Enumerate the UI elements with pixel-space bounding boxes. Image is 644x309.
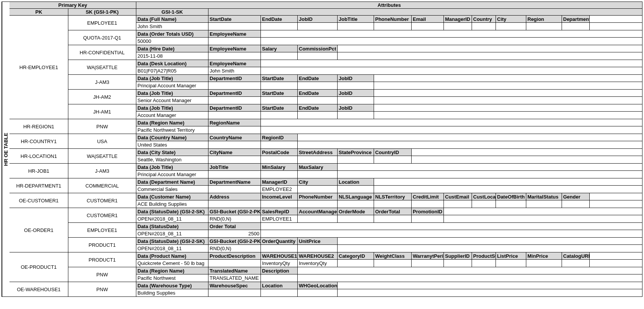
attr-rows: Data (Full Name)StartDateEndDateJobIDJob… (136, 16, 642, 30)
attr-header-cell: JobID (338, 75, 374, 82)
attr-header-cell: CreditLimit (412, 193, 444, 200)
attr-value-cell (261, 112, 298, 119)
header-sub: PK SK (GSI-1-PK) GSI-1-SK (9, 9, 642, 16)
attr-header-cell: Data (Customer Name) (136, 193, 208, 200)
attr-header-row: Data (Full Name)StartDateEndDateJobIDJob… (136, 16, 642, 23)
attr-header-row: Data (StatusDate) (GSI-2-SK)GSI-Bucket (… (136, 238, 642, 245)
attr-value-cell (412, 200, 444, 208)
attr-value-row: Pacific Northwest Territory (136, 126, 642, 134)
attr-rows: Data (Job Title)DepartmentIDStartDateEnd… (136, 75, 642, 89)
attr-rows: Data (Hire Date)EmployeeNameSalaryCommis… (136, 45, 642, 60)
attr-header-row: Data (Job Title)JobTitleMinSalaryMaxSala… (136, 164, 642, 171)
attr-header-row: Data (Order Totals USD)EmployeeName (136, 30, 642, 38)
attr-header-cell: StartDate (208, 16, 261, 22)
attr-value-cell (208, 186, 261, 193)
attr-value-row: Building Supplies (136, 289, 642, 296)
attr-value-cell (298, 289, 338, 296)
side-label: HR OE TABLE (2, 2, 9, 296)
attr-rows: Data (Order Totals USD)EmployeeName50000 (136, 30, 642, 45)
sk-group: PRODUCT1Data (Product Name)ProductDescri… (68, 252, 642, 282)
sk-cell: CUSTOMER1 (68, 193, 136, 208)
attr-value-cell: Building Supplies (136, 289, 208, 296)
attr-header-row: Data (City State)CityNamePostalCodeStree… (136, 149, 642, 156)
pk-block: HR-COUNTRY1USAData (Country Name)Country… (9, 134, 642, 149)
attr-value-row: Principal Account Manager (136, 82, 642, 89)
attr-value-cell (261, 156, 298, 163)
attr-header-row: Data (Product Name)ProductDescriptionWAR… (136, 252, 642, 260)
attr-header-cell: Data (Job Title) (136, 164, 208, 170)
attr-header-cell: WAREHOUSE2 (298, 252, 338, 259)
attr-value-cell (338, 97, 374, 104)
attr-value-row: John Smith (136, 23, 642, 30)
attr-value-cell (261, 141, 298, 148)
attr-header-cell: NLSLanguage (338, 193, 374, 200)
attr-value-cell (444, 260, 472, 267)
attr-header-cell: JobID (298, 16, 338, 22)
attr-value-cell: Quickcrete Cement - 50 lb bag (136, 260, 208, 267)
attr-header-cell: CityName (208, 149, 261, 156)
attr-value-cell (562, 260, 590, 267)
attr-header-row: Data (Desk Location)EmployeeName (136, 60, 642, 67)
attr-header-cell: Order Total (208, 223, 261, 230)
attr-value-cell (338, 186, 374, 193)
attr-header-cell: OrderMode (338, 208, 374, 215)
attr-header-row: Data (Customer Name)AddressIncomeLevelPh… (136, 193, 642, 200)
attr-value-cell (338, 215, 374, 222)
attr-header-cell: Address (208, 193, 261, 200)
attr-header-cell: EmployeeName (208, 60, 261, 67)
attr-value-cell (298, 186, 338, 193)
pk-cell: OE-PRODUCT1 (9, 252, 68, 282)
sk-cell: COMMERCIAL (68, 178, 136, 193)
attr-value-row: Commercial SalesEMPLOYEE2 (136, 186, 642, 193)
sk-cell: CUSTOMER1 (68, 208, 136, 222)
attr-header-cell: StartDate (261, 75, 298, 82)
attr-header-cell: DepartmentID (208, 90, 261, 96)
attr-value-cell (338, 82, 374, 89)
attr-header-cell: PhoneNumber (374, 16, 412, 22)
attr-value-cell (374, 156, 412, 163)
sk-cell: EMPLOYEE1 (68, 223, 136, 237)
attr-rows: Data (StatusDate) (GSI-2-SK)GSI-Bucket (… (136, 208, 642, 222)
sk-block: PRODUCT1Data (StatusDate) (GSI-2-SK)GSI-… (68, 238, 642, 252)
sk-group: PNWData (Warehouse Type)WarehouseSpecLoc… (68, 282, 642, 296)
pk-block: HR-DEPARTMENT1COMMERCIALData (Department… (9, 178, 642, 193)
attr-value-cell: 50000 (136, 38, 208, 45)
attr-value-cell (261, 245, 298, 252)
attr-header-cell: EmployeeName (208, 45, 261, 52)
table-outer: HR OE TABLE Primary Key Attributes PK SK… (2, 2, 642, 297)
attr-value-cell: Principal Account Manager (136, 171, 208, 178)
attr-value-cell (496, 200, 526, 208)
attr-header-cell: WAREHOUSE1 (261, 252, 298, 259)
attr-header-cell: PromotionID (412, 208, 444, 215)
attr-value-cell (208, 52, 261, 60)
attr-value-cell (261, 82, 298, 89)
attr-value-cell (298, 245, 338, 252)
attr-header-cell: JobTitle (208, 164, 261, 170)
attr-value-cell: RND(0,N) (208, 245, 261, 252)
attr-header-cell: Department (562, 16, 590, 22)
attr-header-cell: Data (Region Name) (136, 119, 208, 126)
attr-header-cell: PostalCode (261, 149, 298, 156)
attr-header-cell: Data (Product Name) (136, 252, 208, 259)
attr-header-cell: WarehouseSpec (208, 282, 261, 289)
attr-value-cell: OPEN#2018_08_11 (136, 245, 208, 252)
attr-value-cell: Commercial Sales (136, 186, 208, 193)
attr-header-cell: WeightClass (374, 252, 412, 259)
attr-header-cell: Data (Department Name) (136, 178, 208, 185)
attr-rows: Data (Department Name)DepartmentNameMana… (136, 178, 642, 193)
attr-value-cell: EMPLOYEE2 (261, 186, 298, 193)
attr-value-row: United States (136, 141, 642, 148)
attr-value-cell (374, 260, 412, 267)
attr-header-cell: CatalogURL (562, 252, 590, 259)
attr-value-cell: United States (136, 141, 208, 148)
attr-header-cell: EndDate (298, 75, 338, 82)
attr-header-cell: AccountManager (298, 208, 338, 215)
attr-value-cell (208, 171, 261, 178)
attr-header-cell: Salary (261, 45, 298, 52)
attr-value-cell: RND(0,N) (208, 215, 261, 222)
attr-header-cell: City (298, 178, 338, 185)
attr-header-cell: Data (Full Name) (136, 16, 208, 22)
sk-block: COMMERCIALData (Department Name)Departme… (68, 178, 642, 193)
attr-rows: Data (Job Title)DepartmentIDStartDateEnd… (136, 104, 642, 119)
sk-block: CUSTOMER1Data (StatusDate) (GSI-2-SK)GSI… (68, 208, 642, 223)
